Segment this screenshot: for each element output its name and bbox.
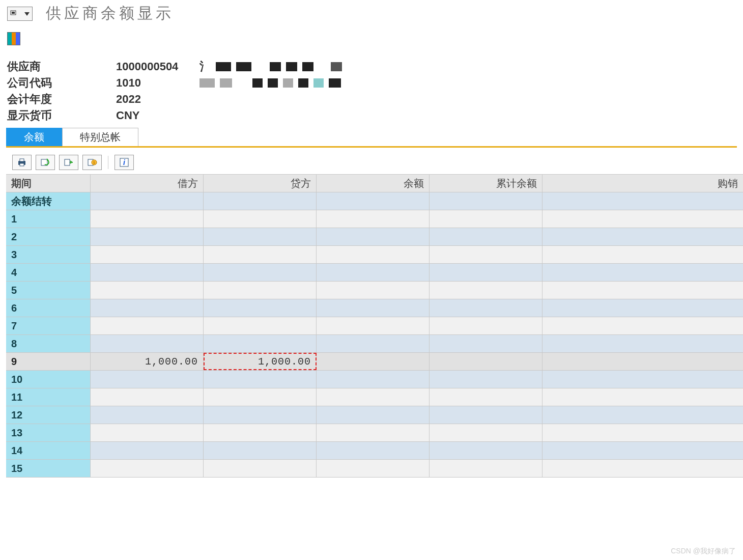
table-cell[interactable] xyxy=(317,460,430,477)
table-cell[interactable] xyxy=(430,424,542,441)
col-cumulative[interactable]: 累计余额 xyxy=(430,175,542,192)
table-cell[interactable] xyxy=(542,371,743,388)
table-cell[interactable]: 13 xyxy=(6,424,91,441)
table-cell[interactable] xyxy=(204,424,317,441)
info-icon[interactable]: i xyxy=(115,155,134,170)
table-cell[interactable] xyxy=(204,282,317,299)
columns-icon[interactable] xyxy=(7,32,20,45)
table-cell[interactable] xyxy=(317,299,430,317)
table-cell[interactable] xyxy=(430,460,542,477)
table-cell[interactable] xyxy=(317,228,430,245)
table-row[interactable]: 91,000.001,000.00 xyxy=(6,353,743,371)
currency-exchange-icon[interactable]: $ xyxy=(82,155,102,170)
table-cell[interactable]: 9 xyxy=(6,353,91,370)
table-cell[interactable] xyxy=(91,442,204,459)
table-cell[interactable]: 7 xyxy=(6,317,91,334)
table-cell[interactable] xyxy=(542,192,743,210)
table-row[interactable]: 7 xyxy=(6,317,743,335)
table-cell[interactable] xyxy=(542,299,743,317)
table-row[interactable]: 11 xyxy=(6,388,743,406)
table-cell[interactable] xyxy=(91,192,204,210)
table-cell[interactable] xyxy=(91,282,204,299)
table-cell[interactable] xyxy=(542,264,743,281)
table-cell[interactable]: 11 xyxy=(6,388,91,406)
table-cell[interactable]: 3 xyxy=(6,246,91,263)
table-cell[interactable]: 15 xyxy=(6,460,91,477)
table-cell[interactable] xyxy=(317,317,430,334)
table-cell[interactable] xyxy=(317,192,430,210)
tab-special-ledger[interactable]: 特别总帐 xyxy=(62,128,138,146)
table-cell[interactable]: 14 xyxy=(6,442,91,459)
table-cell[interactable] xyxy=(204,210,317,228)
table-cell[interactable] xyxy=(204,317,317,334)
table-cell[interactable] xyxy=(91,406,204,424)
table-row[interactable]: 6 xyxy=(6,299,743,317)
table-cell[interactable] xyxy=(317,210,430,228)
table-cell[interactable] xyxy=(542,406,743,424)
table-cell[interactable] xyxy=(204,299,317,317)
table-cell[interactable] xyxy=(430,335,542,352)
table-cell[interactable] xyxy=(542,424,743,441)
table-cell[interactable] xyxy=(204,335,317,352)
table-cell[interactable] xyxy=(91,210,204,228)
table-row[interactable]: 3 xyxy=(6,246,743,264)
table-cell[interactable]: 4 xyxy=(6,264,91,281)
table-cell[interactable] xyxy=(204,371,317,388)
table-cell[interactable] xyxy=(317,442,430,459)
table-row[interactable]: 余额结转 xyxy=(6,192,743,210)
table-cell[interactable] xyxy=(430,406,542,424)
table-cell[interactable] xyxy=(430,388,542,406)
table-cell[interactable] xyxy=(542,282,743,299)
table-cell[interactable] xyxy=(204,406,317,424)
table-cell[interactable] xyxy=(430,371,542,388)
table-cell[interactable] xyxy=(91,424,204,441)
table-cell[interactable] xyxy=(91,246,204,263)
table-cell[interactable]: 2 xyxy=(6,228,91,245)
table-cell[interactable] xyxy=(430,246,542,263)
export-icon[interactable] xyxy=(59,155,78,170)
table-cell[interactable]: 余额结转 xyxy=(6,192,91,210)
table-row[interactable]: 15 xyxy=(6,460,743,478)
table-cell[interactable]: 10 xyxy=(6,371,91,388)
menu-dropdown-icon[interactable] xyxy=(7,7,33,21)
table-cell[interactable] xyxy=(542,246,743,263)
tab-balance[interactable]: 余额 xyxy=(6,128,62,146)
table-cell[interactable] xyxy=(204,228,317,245)
table-cell[interactable] xyxy=(542,210,743,228)
table-cell[interactable] xyxy=(91,460,204,477)
table-cell[interactable]: 12 xyxy=(6,406,91,424)
table-cell[interactable] xyxy=(430,228,542,245)
table-cell[interactable] xyxy=(204,192,317,210)
table-cell[interactable] xyxy=(91,371,204,388)
table-cell[interactable] xyxy=(430,264,542,281)
table-cell[interactable] xyxy=(91,299,204,317)
table-cell[interactable]: 5 xyxy=(6,282,91,299)
table-row[interactable]: 13 xyxy=(6,424,743,442)
table-cell[interactable] xyxy=(542,353,743,370)
table-cell[interactable] xyxy=(542,317,743,334)
table-cell[interactable] xyxy=(430,317,542,334)
table-row[interactable]: 10 xyxy=(6,371,743,388)
table-cell[interactable] xyxy=(91,388,204,406)
table-cell[interactable] xyxy=(430,353,542,370)
table-cell[interactable] xyxy=(542,442,743,459)
table-cell[interactable] xyxy=(430,282,542,299)
table-cell[interactable] xyxy=(204,388,317,406)
table-cell[interactable] xyxy=(542,460,743,477)
table-cell[interactable] xyxy=(204,442,317,459)
table-row[interactable]: 8 xyxy=(6,335,743,353)
table-cell[interactable] xyxy=(317,353,430,370)
table-cell[interactable] xyxy=(430,442,542,459)
table-cell[interactable] xyxy=(91,264,204,281)
table-cell[interactable]: 1,000.00 xyxy=(91,353,204,370)
col-purchase[interactable]: 购销 xyxy=(542,175,743,192)
table-cell[interactable] xyxy=(91,335,204,352)
table-cell[interactable]: 6 xyxy=(6,299,91,317)
table-cell[interactable] xyxy=(542,335,743,352)
table-row[interactable]: 14 xyxy=(6,442,743,460)
table-cell[interactable] xyxy=(91,228,204,245)
table-cell[interactable] xyxy=(204,460,317,477)
col-period[interactable]: 期间 xyxy=(6,175,91,192)
table-cell[interactable] xyxy=(204,264,317,281)
table-cell[interactable]: 1,000.00 xyxy=(204,353,317,370)
